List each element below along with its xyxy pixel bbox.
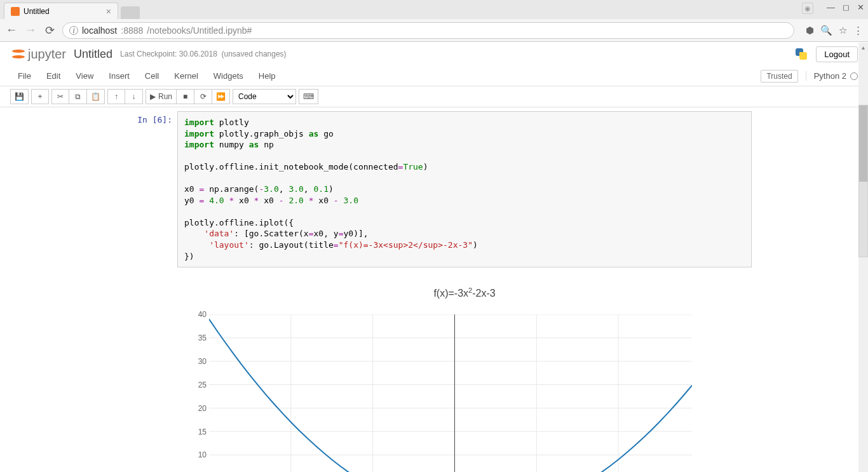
run-icon: ▶ — [150, 92, 156, 101]
forward-button: → — [24, 24, 37, 37]
cut-button[interactable]: ✂ — [51, 89, 69, 104]
extension-icon[interactable]: ⬢ — [806, 25, 814, 36]
menu-cell[interactable]: Cell — [137, 67, 166, 84]
menu-kernel[interactable]: Kernel — [166, 67, 206, 84]
browser-tab[interactable]: Untitled × — [4, 3, 118, 19]
jupyter-logo-icon — [10, 46, 27, 62]
scrollbar[interactable] — [858, 105, 868, 257]
menu-view[interactable]: View — [68, 67, 101, 84]
menu-widgets[interactable]: Widgets — [206, 67, 251, 84]
input-prompt: In [6]: — [116, 111, 177, 267]
interrupt-button[interactable]: ■ — [177, 89, 194, 104]
trusted-badge[interactable]: Trusted — [761, 70, 797, 83]
logout-button[interactable]: Logout — [816, 46, 858, 62]
tab-close-icon[interactable]: × — [106, 6, 111, 17]
checkpoint-label: Last Checkpoint: 30.06.2018 (unsaved cha… — [120, 50, 287, 58]
reload-button[interactable]: ⟳ — [43, 24, 56, 37]
output-area: f(x)=-3x2-2x-3 510152025303540 — [116, 287, 752, 472]
cell-type-select[interactable]: Code — [233, 89, 296, 104]
url-path: /notebooks/Untitled.ipynb# — [147, 25, 252, 36]
url-input[interactable]: i localhost:8888/notebooks/Untitled.ipyn… — [62, 22, 794, 39]
restart-button[interactable]: ⟳ — [194, 89, 212, 104]
menu-insert[interactable]: Insert — [101, 67, 137, 84]
run-button[interactable]: ▶Run — [146, 89, 177, 104]
zoom-icon[interactable]: 🔍 — [820, 25, 832, 36]
profile-icon[interactable]: ◉ — [802, 3, 813, 14]
kernel-indicator[interactable]: Python 2 — [806, 71, 858, 81]
jupyter-header: jupyter Untitled Last Checkpoint: 30.06.… — [0, 42, 868, 66]
browser-chrome: Untitled × ◉ — ◻ ✕ ← → ⟳ i localhost:888… — [0, 0, 868, 42]
jupyter-favicon-icon — [11, 7, 20, 16]
tab-title: Untitled — [24, 7, 50, 16]
scroll-up-icon[interactable]: ▴ — [860, 44, 867, 51]
jupyter-logo-text: jupyter — [28, 47, 66, 62]
window-controls: — ◻ ✕ — [827, 3, 864, 12]
minimize-icon[interactable]: — — [827, 3, 835, 12]
toolbar: 💾 + ✂ ⧉ 📋 ↑ ↓ ▶Run ■ ⟳ ⏩ Code ⌨ — [0, 86, 868, 107]
maximize-icon[interactable]: ◻ — [843, 3, 850, 12]
address-icons: ⬢ 🔍 ☆ ⋮ — [806, 25, 863, 36]
python-logo-icon — [794, 47, 808, 61]
address-bar: ← → ⟳ i localhost:8888/notebooks/Untitle… — [0, 19, 868, 42]
close-window-icon[interactable]: ✕ — [857, 3, 864, 12]
notebook-title[interactable]: Untitled — [74, 48, 112, 61]
scrollbar-thumb[interactable] — [859, 105, 867, 182]
menubar: File Edit View Insert Cell Kernel Widget… — [0, 66, 868, 86]
menu-icon[interactable]: ⋮ — [853, 25, 863, 36]
bookmark-icon[interactable]: ☆ — [839, 25, 847, 36]
url-port: :8888 — [121, 25, 143, 36]
move-down-button[interactable]: ↓ — [125, 89, 143, 104]
move-up-button[interactable]: ↑ — [107, 89, 125, 104]
url-host: localhost — [82, 25, 117, 36]
tab-bar: Untitled × — [0, 0, 868, 19]
menu-file[interactable]: File — [10, 67, 39, 84]
kernel-status-icon — [850, 72, 858, 80]
command-palette-button[interactable]: ⌨ — [299, 89, 318, 104]
plotly-chart[interactable]: 510152025303540 — [209, 314, 692, 472]
kernel-name: Python 2 — [814, 71, 846, 81]
save-button[interactable]: 💾 — [10, 89, 29, 104]
chart-title: f(x)=-3x2-2x-3 — [177, 287, 752, 299]
jupyter-app: jupyter Untitled Last Checkpoint: 30.06.… — [0, 42, 868, 472]
menu-edit[interactable]: Edit — [39, 67, 68, 84]
back-button[interactable]: ← — [5, 24, 18, 37]
notebook-area: In [6]: import plotly import plotly.grap… — [0, 107, 868, 472]
copy-button[interactable]: ⧉ — [69, 89, 87, 104]
menu-help[interactable]: Help — [251, 67, 283, 84]
site-info-icon[interactable]: i — [69, 26, 78, 35]
restart-run-all-button[interactable]: ⏩ — [212, 89, 230, 104]
add-cell-button[interactable]: + — [31, 89, 49, 104]
new-tab-button[interactable] — [121, 6, 140, 19]
code-cell[interactable]: In [6]: import plotly import plotly.grap… — [116, 111, 752, 267]
y-axis: 510152025303540 — [187, 314, 207, 472]
paste-button[interactable]: 📋 — [87, 89, 105, 104]
jupyter-logo[interactable]: jupyter — [10, 46, 66, 62]
code-input[interactable]: import plotly import plotly.graph_objs a… — [177, 111, 752, 267]
